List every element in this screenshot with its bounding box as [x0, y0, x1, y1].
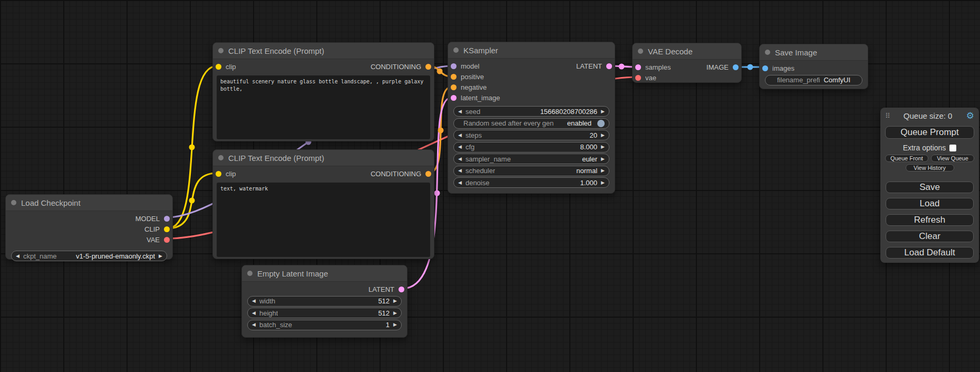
drag-handle-icon[interactable]: ⠿ — [885, 112, 890, 120]
positive-input-port[interactable] — [451, 74, 457, 80]
arrow-left-icon[interactable]: ◀ — [458, 180, 462, 185]
clear-button[interactable]: Clear — [886, 231, 974, 242]
collapse-dot-icon[interactable] — [218, 155, 224, 160]
conditioning-output-port[interactable] — [425, 64, 431, 70]
node-title-bar[interactable]: CLIP Text Encode (Prompt) — [213, 43, 434, 59]
prompt-textarea[interactable]: beautiful scenery nature glass bottle la… — [217, 75, 430, 139]
node-clip-text-encode-negative[interactable]: CLIP Text Encode (Prompt) clip CONDITION… — [212, 149, 434, 259]
node-title-bar[interactable]: Load Checkpoint — [6, 195, 172, 211]
save-button[interactable]: Save — [886, 182, 974, 193]
height-widget[interactable]: ◀ height 512 ▶ — [247, 308, 402, 318]
arrow-right-icon[interactable]: ▶ — [601, 133, 605, 138]
arrow-left-icon[interactable]: ◀ — [458, 168, 462, 173]
clip-input-port[interactable] — [216, 171, 221, 177]
latent-output-port[interactable] — [399, 287, 404, 292]
latent-output-port[interactable] — [606, 63, 612, 69]
clip-input-port[interactable] — [216, 64, 221, 70]
arrow-left-icon[interactable]: ◀ — [252, 322, 256, 327]
image-output-port[interactable] — [733, 64, 739, 70]
arrow-right-icon[interactable]: ▶ — [393, 311, 397, 316]
port-row: positive — [448, 71, 615, 82]
arrow-right-icon[interactable]: ▶ — [393, 322, 397, 327]
widget-value: 1.000 — [580, 179, 598, 187]
clip-output-port[interactable] — [164, 226, 170, 232]
steps-widget[interactable]: ◀ steps 20 ▶ — [453, 130, 609, 140]
arrow-left-icon[interactable]: ◀ — [458, 145, 462, 149]
model-output-port[interactable] — [164, 216, 170, 222]
collapse-dot-icon[interactable] — [247, 271, 253, 276]
link-midpoint-dot — [189, 145, 195, 150]
widget-value: v1-5-pruned-emaonly.ckpt — [76, 252, 155, 260]
port-row: latent_image — [448, 92, 615, 103]
prompt-textarea[interactable]: text, watermark — [217, 183, 430, 257]
node-title-bar[interactable]: Save Image — [760, 44, 868, 61]
latent-image-input-port[interactable] — [451, 95, 457, 101]
widget-label: scheduler — [465, 167, 495, 175]
random-seed-toggle-widget[interactable]: Random seed after every gen enabled — [453, 118, 609, 129]
node-clip-text-encode-positive[interactable]: CLIP Text Encode (Prompt) clip CONDITION… — [212, 42, 434, 141]
node-title-bar[interactable]: CLIP Text Encode (Prompt) — [213, 150, 434, 166]
sampler-name-widget[interactable]: ◀ sampler_name euler ▶ — [453, 154, 609, 164]
collapse-dot-icon[interactable] — [218, 48, 224, 53]
queue-front-button[interactable]: Queue Front — [885, 155, 928, 162]
extra-options-checkbox[interactable] — [949, 145, 956, 151]
arrow-right-icon[interactable]: ▶ — [601, 109, 605, 114]
refresh-button[interactable]: Refresh — [886, 214, 974, 226]
collapse-dot-icon[interactable] — [765, 50, 770, 55]
collapse-dot-icon[interactable] — [11, 200, 16, 205]
output-row: VAE — [6, 234, 172, 245]
node-title-bar[interactable]: KSampler — [448, 42, 615, 59]
input-label: positive — [461, 73, 484, 81]
scheduler-widget[interactable]: ◀ scheduler normal ▶ — [453, 166, 609, 176]
denoise-widget[interactable]: ◀ denoise 1.000 ▶ — [453, 177, 609, 188]
arrow-left-icon[interactable]: ◀ — [252, 311, 256, 316]
batch-size-widget[interactable]: ◀ batch_size 1 ▶ — [247, 320, 402, 330]
collapse-dot-icon[interactable] — [638, 49, 643, 54]
node-save-image[interactable]: Save Image images filename_prefix ComfyU… — [759, 44, 868, 89]
view-history-button[interactable]: View History — [906, 164, 954, 171]
link-midpoint-dot — [748, 64, 753, 70]
conditioning-output-port[interactable] — [425, 171, 431, 177]
node-empty-latent-image[interactable]: Empty Latent Image LATENT ◀ width 512 ▶ … — [241, 265, 407, 338]
vae-input-port[interactable] — [635, 75, 641, 81]
widget-value: 156680208700286 — [540, 108, 597, 116]
arrow-left-icon[interactable]: ◀ — [458, 109, 462, 114]
queue-panel: ⠿ Queue size: 0 ⚙ Queue Prompt Extra opt… — [880, 108, 979, 263]
widget-value: enabled — [567, 119, 591, 127]
settings-gear-icon[interactable]: ⚙ — [966, 111, 974, 120]
negative-input-port[interactable] — [451, 84, 457, 90]
node-title-bar[interactable]: VAE Decode — [633, 43, 741, 60]
samples-input-port[interactable] — [635, 64, 641, 70]
seed-widget[interactable]: ◀ seed 156680208700286 ▶ — [453, 106, 609, 117]
images-input-port[interactable] — [762, 65, 768, 71]
width-widget[interactable]: ◀ width 512 ▶ — [247, 296, 402, 307]
queue-prompt-button[interactable]: Queue Prompt — [885, 126, 974, 139]
output-label: IMAGE — [706, 63, 729, 71]
arrow-right-icon[interactable]: ▶ — [393, 299, 397, 303]
arrow-right-icon[interactable]: ▶ — [601, 157, 605, 161]
cfg-widget[interactable]: ◀ cfg 8.000 ▶ — [453, 142, 609, 152]
node-load-checkpoint[interactable]: Load Checkpoint MODEL CLIP VAE ◀ ckpt_na… — [5, 194, 173, 260]
arrow-left-icon[interactable]: ◀ — [458, 157, 462, 161]
load-default-button[interactable]: Load Default — [886, 247, 974, 259]
arrow-right-icon[interactable]: ▶ — [601, 145, 605, 149]
arrow-right-icon[interactable]: ▶ — [159, 254, 162, 259]
node-ksampler[interactable]: KSampler model LATENT positive negative … — [448, 42, 615, 194]
vae-output-port[interactable] — [164, 237, 170, 243]
toggle-dot-icon[interactable] — [597, 120, 605, 127]
arrow-right-icon[interactable]: ▶ — [601, 168, 605, 173]
output-label: CLIP — [144, 225, 160, 233]
arrow-left-icon[interactable]: ◀ — [16, 254, 20, 259]
ckpt-name-widget[interactable]: ◀ ckpt_name v1-5-pruned-emaonly.ckpt ▶ — [11, 251, 167, 261]
arrow-right-icon[interactable]: ▶ — [601, 180, 605, 185]
node-title-bar[interactable]: Empty Latent Image — [242, 265, 407, 282]
link-midpoint-dot — [434, 190, 440, 196]
arrow-left-icon[interactable]: ◀ — [458, 133, 462, 138]
arrow-left-icon[interactable]: ◀ — [252, 299, 256, 303]
load-button[interactable]: Load — [886, 198, 974, 209]
collapse-dot-icon[interactable] — [453, 47, 459, 53]
node-vae-decode[interactable]: VAE Decode samples IMAGE vae — [632, 43, 742, 83]
view-queue-button[interactable]: View Queue — [931, 155, 974, 162]
model-input-port[interactable] — [451, 63, 457, 69]
filename-prefix-widget[interactable]: filename_prefix ComfyUI — [765, 75, 862, 85]
